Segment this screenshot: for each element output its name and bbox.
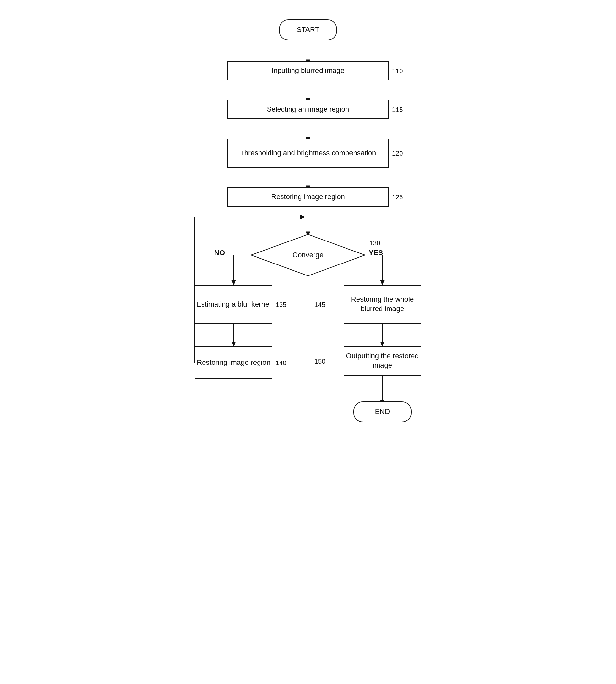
end-node: END bbox=[353, 401, 412, 423]
node-135: Estimating a blur kernel bbox=[195, 285, 272, 324]
yes-label: YES bbox=[369, 249, 383, 257]
svg-marker-18 bbox=[300, 215, 305, 219]
node-120-label: Thresholding and brightness compensation bbox=[240, 149, 376, 158]
node-120: Thresholding and brightness compensation bbox=[227, 138, 389, 168]
ref-135: 135 bbox=[276, 301, 286, 308]
ref-150: 150 bbox=[314, 358, 325, 365]
flowchart: START Inputting blurred image 110 Select… bbox=[162, 13, 454, 660]
svg-marker-23 bbox=[380, 342, 384, 346]
node-140-label: Restoring image region bbox=[197, 358, 270, 367]
ref-145: 145 bbox=[314, 301, 325, 308]
svg-marker-12 bbox=[232, 280, 236, 285]
no-label: NO bbox=[214, 249, 225, 257]
node-140: Restoring image region bbox=[195, 346, 272, 379]
start-label: START bbox=[297, 25, 319, 35]
ref-110: 110 bbox=[392, 67, 403, 75]
node-115: Selecting an image region bbox=[227, 100, 389, 119]
ref-140: 140 bbox=[276, 359, 286, 367]
end-label: END bbox=[375, 407, 390, 416]
ref-120: 120 bbox=[392, 150, 403, 157]
svg-marker-14 bbox=[232, 342, 236, 346]
node-125: Restoring image region bbox=[227, 187, 389, 207]
node-110-label: Inputting blurred image bbox=[271, 66, 344, 76]
node-130: Converge bbox=[250, 233, 366, 277]
node-135-label: Estimating a blur kernel bbox=[196, 300, 271, 309]
node-145: Restoring the whole blurred image bbox=[344, 285, 421, 324]
node-150-label: Outputting the restored image bbox=[344, 351, 421, 370]
node-145-label: Restoring the whole blurred image bbox=[344, 295, 421, 313]
node-125-label: Restoring image region bbox=[271, 192, 345, 202]
node-130-label: Converge bbox=[292, 251, 323, 260]
node-115-label: Selecting an image region bbox=[267, 105, 349, 114]
start-node: START bbox=[279, 19, 337, 40]
svg-marker-21 bbox=[380, 280, 384, 285]
node-150: Outputting the restored image bbox=[344, 346, 421, 376]
ref-125: 125 bbox=[392, 194, 403, 201]
ref-115: 115 bbox=[392, 106, 403, 114]
ref-130: 130 bbox=[370, 239, 380, 247]
node-110: Inputting blurred image bbox=[227, 61, 389, 80]
